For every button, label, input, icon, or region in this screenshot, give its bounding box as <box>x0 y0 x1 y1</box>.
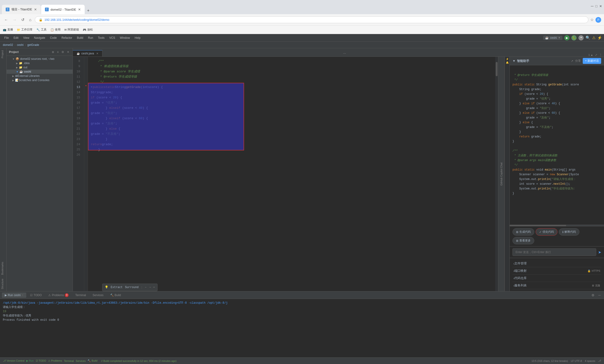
bottom-settings-icon[interactable]: ⚙ <box>590 293 596 298</box>
code-content[interactable]: /** * 将成绩转换成等级 * @param score 学生成绩 * @re… <box>88 57 495 291</box>
copilot-expand-icon[interactable]: ▼ <box>513 59 516 63</box>
run-button[interactable]: ▶ <box>564 35 569 40</box>
bookmark-icon[interactable]: ☆ <box>590 17 594 22</box>
services-status-icon[interactable]: Services <box>76 360 86 362</box>
git-icon[interactable]: ⎇ <box>598 359 601 362</box>
menu-file[interactable]: File <box>2 35 11 40</box>
project-locate-icon[interactable]: ⊕ <box>51 50 55 54</box>
reload-button[interactable]: ↺ <box>20 17 26 23</box>
bookmarks-label[interactable]: Bookmarks <box>0 260 6 277</box>
back-button[interactable]: ← <box>3 17 10 23</box>
breadcrumb-ceshi[interactable]: ceshi <box>17 43 24 47</box>
editor-tab-close[interactable]: ✕ <box>96 52 98 55</box>
copilot-send-button[interactable]: ➤ <box>598 250 601 254</box>
copilot-link-services[interactable]: › 服务列表 ⊞ 克隆 <box>513 282 601 289</box>
menu-run[interactable]: Run <box>86 35 96 40</box>
copilot-scrollbar[interactable] <box>510 225 604 226</box>
menu-window[interactable]: Window <box>117 35 132 40</box>
fold-btn-13[interactable]: ▼ <box>91 85 92 90</box>
menu-navigate[interactable]: Navigate <box>32 35 48 40</box>
build-tab[interactable]: 🔨 Build <box>107 293 124 298</box>
run-status-icon[interactable]: ▶ Run <box>26 359 34 362</box>
bookmark-work[interactable]: 📁 工作日常 <box>17 28 33 32</box>
bookmark-use[interactable]: 📋 使用 <box>50 28 61 32</box>
action-arrow-right[interactable]: → <box>149 285 151 290</box>
minimize-button[interactable]: ─ <box>591 4 593 8</box>
notif-icon-1[interactable]: ⚡ <box>506 58 509 60</box>
home-button[interactable]: ⌂ <box>28 17 33 23</box>
bookmark-mail[interactable]: ✉ 阿里邮箱 <box>64 28 79 32</box>
new-chat-button[interactable]: + 新建对话 <box>583 58 601 64</box>
maximize-button[interactable]: □ <box>595 4 597 8</box>
todo-status-icon[interactable]: ☑ TODO <box>36 359 46 362</box>
editor-tab-ceshi[interactable]: ☕ ceshi.java ✕ <box>73 50 102 57</box>
project-collapse-icon[interactable]: ≡ <box>56 50 60 54</box>
editor-more-icon[interactable]: ⋮ <box>599 53 602 57</box>
file-encoding[interactable]: LF UTF-8 <box>571 360 582 362</box>
forward-button[interactable]: → <box>11 17 18 23</box>
debug-button[interactable]: 🐛 <box>571 35 577 40</box>
tab1-close[interactable]: ✕ <box>34 8 37 11</box>
run-tab-close[interactable]: ✕ <box>22 294 24 296</box>
editor-expand-icon[interactable]: ⤢ <box>595 53 597 57</box>
run-tab[interactable]: ▶ Run ceshi ✕ <box>2 293 26 298</box>
tree-item-out[interactable]: ▶ 📁 out <box>7 65 73 70</box>
editor-tab-more[interactable]: ⋯ <box>340 50 349 57</box>
explain-code-button[interactable]: ℹ 解释代码 <box>559 228 579 236</box>
breadcrumb-getgrade[interactable]: getGrade <box>27 43 39 47</box>
share-icon[interactable]: ↗ <box>571 59 573 63</box>
coverage-button[interactable]: ☂ <box>579 35 584 40</box>
bottom-minimize-icon[interactable]: ─ <box>597 293 602 298</box>
cursor-position[interactable]: 13:5 (316 chars, 12 line breaks) <box>531 360 568 362</box>
tree-item-ext-libs[interactable]: ▶ ⊞ External Libraries <box>7 74 73 78</box>
problems-tab[interactable]: ⚠ Problems 0 <box>45 292 71 298</box>
tab2-close[interactable]: ✕ <box>78 8 81 11</box>
address-bar[interactable]: 🔒 192.168.101.144/ide/web/coding/dome02/… <box>35 16 588 23</box>
tree-item-dome02[interactable]: ▼ 📦 dome02 sources root, ~/wo <box>7 57 73 61</box>
terminal-status-icon[interactable]: Terminal <box>64 360 74 362</box>
menu-vcs[interactable]: VCS <box>107 35 117 40</box>
menu-view[interactable]: View <box>21 35 32 40</box>
copilot-input-field[interactable] <box>513 248 596 256</box>
copilot-link-filemanage[interactable]: › 文件管理 <box>513 260 601 267</box>
more-actions-button[interactable]: ⊞ 查看更多 <box>513 237 534 244</box>
bookmark-tools[interactable]: 🔧 工具 <box>37 28 47 32</box>
menu-edit[interactable]: Edit <box>11 35 21 40</box>
action-more[interactable]: ⋯ <box>153 285 155 290</box>
copilot-link-coderepo[interactable]: › 代码仓库 <box>513 275 601 282</box>
tree-item-scratches[interactable]: ▶ 📝 Scratches and Consoles <box>7 78 73 82</box>
services-tab[interactable]: Services <box>90 293 106 298</box>
action-extract[interactable]: Extract <box>111 285 123 290</box>
terminal-tab[interactable]: Terminal <box>72 293 89 298</box>
close-window-button[interactable]: ✕ <box>599 4 602 8</box>
tree-item-idea[interactable]: ▶ 📁 .idea <box>7 61 73 65</box>
structure-label[interactable]: Structure <box>0 277 6 291</box>
new-tab-button[interactable]: + <box>85 7 91 14</box>
tab-1[interactable]: T 项目 - TitanIDE ✕ <box>2 5 41 14</box>
copilot-side-label[interactable]: GitHub Copilot Chat <box>498 57 505 291</box>
project-label[interactable]: Project <box>0 48 6 60</box>
menu-refactor[interactable]: Refactor <box>59 35 75 40</box>
build-status-icon[interactable]: 🔨 Build <box>88 359 97 362</box>
tree-item-ceshi[interactable]: ▼ ☕ ceshi <box>7 70 73 74</box>
tab-2[interactable]: T dome02 - TitanIDE ✕ <box>41 5 85 14</box>
generate-code-button[interactable]: ⊞ 生成代码 <box>513 228 534 236</box>
project-settings-icon[interactable]: ⚙ <box>61 50 65 54</box>
optimize-code-button[interactable]: ✓ 优化代码 <box>536 228 557 236</box>
version-control-icon[interactable]: ⎇ Version Control <box>3 359 24 362</box>
bookmark-relax[interactable]: 🎮 放松 <box>83 28 93 32</box>
bookmark-live[interactable]: 📺 直播 <box>3 28 13 32</box>
copilot-link-portmap[interactable]: › 端口映射 🔒 HTTPS <box>513 267 601 275</box>
action-arrow-left[interactable]: ← <box>145 285 147 290</box>
menu-code[interactable]: Code <box>48 35 59 40</box>
menu-tools[interactable]: Tools <box>96 35 107 40</box>
notif-icon-2[interactable]: 🔔 <box>506 61 509 64</box>
problems-status-icon[interactable]: ⚠ Problems <box>48 359 62 362</box>
project-close-icon[interactable]: ✕ <box>66 50 70 54</box>
menu-build[interactable]: Build <box>75 35 86 40</box>
menu-help[interactable]: Help <box>132 35 143 40</box>
profile-icon[interactable]: P <box>595 17 601 23</box>
editor-scrollbar[interactable] <box>495 57 498 291</box>
search-button[interactable]: 🔍 <box>586 36 590 40</box>
breadcrumb-dome02[interactable]: dome02 <box>3 43 13 47</box>
